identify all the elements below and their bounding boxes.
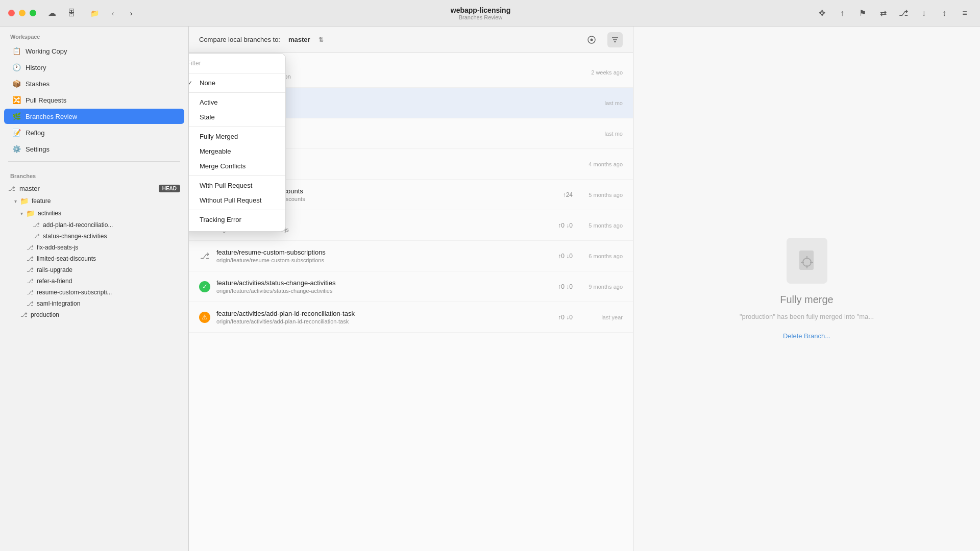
stats: ↑0 ↓0 <box>558 253 573 260</box>
back-arrow[interactable]: ‹ <box>106 6 120 20</box>
branch-row-name: feature/resume-custom-subscriptions <box>216 248 552 256</box>
dropdown-separator <box>189 92 285 93</box>
branch-row-time: 2 weeks ago <box>577 69 623 76</box>
stashes-icon: 📦 <box>12 80 20 88</box>
filter-fully-merged[interactable]: ✓ Fully Merged <box>189 129 285 144</box>
filter-active[interactable]: ✓ Active <box>189 95 285 110</box>
filter-without-pr[interactable]: ✓ Without Pull Request <box>189 193 285 208</box>
sidebar-item-working-copy[interactable]: 📋 Working Copy <box>4 43 184 59</box>
filter-with-pr[interactable]: ✓ With Pull Request <box>189 178 285 193</box>
check-icon: ✓ <box>189 80 194 87</box>
activities-folder[interactable]: ▾ 📁 activities <box>0 207 188 219</box>
history-icon: 🕐 <box>12 63 20 71</box>
stash-icon[interactable]: ↓ <box>917 6 931 20</box>
branch-icon: ⎇ <box>27 244 34 251</box>
dropdown-separator <box>189 127 285 127</box>
maximize-button[interactable] <box>30 10 36 16</box>
workspace-label: Workspace <box>0 27 188 43</box>
sidebar-item-settings[interactable]: ⚙️ Settings <box>4 141 184 157</box>
branch-row-resume[interactable]: ⎇ feature/resume-custom-subscriptions or… <box>189 241 633 271</box>
branch-name: status-change-activities <box>43 233 107 240</box>
sidebar-item-label: Reflog <box>26 129 45 137</box>
branch-row-meta: 2 weeks ago <box>577 69 623 76</box>
branch-icon: ⎇ <box>27 300 34 307</box>
cursor-icon[interactable]: ✥ <box>815 6 829 20</box>
compare-value: master <box>288 36 310 43</box>
branch-production[interactable]: ⎇ production <box>0 309 188 320</box>
cloud-icon[interactable]: ☁ <box>46 8 58 19</box>
branch-row-meta: 4 months ago <box>577 161 623 167</box>
sidebar-item-label: Working Copy <box>26 47 67 55</box>
branch-row-meta: last mo <box>577 100 623 106</box>
filter-without-pr-label: Without Pull Request <box>200 196 277 204</box>
right-panel-title: Fully merge <box>780 294 833 306</box>
branch-fix-add-seats[interactable]: ⎇ fix-add-seats-js <box>0 242 188 253</box>
activities-folder-name: activities <box>38 210 61 217</box>
sidebar-item-reflog[interactable]: 📝 Reflog <box>4 125 184 140</box>
branch-master[interactable]: ⎇ master HEAD <box>0 182 188 195</box>
minimize-button[interactable] <box>19 10 26 16</box>
filter-tracking-error-label: Tracking Error <box>200 216 277 223</box>
forward-arrow[interactable]: › <box>124 6 138 20</box>
sidebar-item-pull-requests[interactable]: 🔀 Pull Requests <box>4 92 184 108</box>
status-icon-warning: ⚠ <box>199 312 210 323</box>
branch-rails-upgrade[interactable]: ⎇ rails-upgrade <box>0 264 188 276</box>
branch-icon: ⎇ <box>27 278 34 285</box>
branch-row-status-change[interactable]: ✓ feature/activities/status-change-activ… <box>189 271 633 302</box>
branch-merge-icon[interactable]: ⎇ <box>896 6 911 20</box>
right-panel-icon <box>787 238 827 284</box>
feature-folder[interactable]: ▾ 📁 feature <box>0 195 188 207</box>
diff-icon[interactable]: ≡ <box>958 6 972 20</box>
branch-row-add-plan[interactable]: ⚠ feature/activities/add-plan-id-reconci… <box>189 302 633 333</box>
filter-button[interactable] <box>607 32 623 47</box>
repo-name: webapp-licensing <box>146 6 815 14</box>
compare-expand-icon[interactable]: ⇅ <box>318 36 324 43</box>
title-bar: ☁ 🗄 📁 ‹ › webapp-licensing Branches Revi… <box>0 0 980 27</box>
branch-status-change[interactable]: ⎇ status-change-activities <box>0 231 188 242</box>
branch-add-plan[interactable]: ⎇ add-plan-id-reconciliatio... <box>0 219 188 231</box>
sidebar-item-branches-review[interactable]: 🌿 Branches Review <box>4 109 184 124</box>
branch-limited-seat[interactable]: ⎇ limited-seat-discounts <box>0 253 188 264</box>
right-panel: Fully merge "production" has been fully … <box>633 27 980 551</box>
branch-row-name: feature/activities/add-plan-id-reconcili… <box>216 310 552 317</box>
branch-row-time: 5 months ago <box>577 222 623 229</box>
filter-mergeable[interactable]: ✓ Mergeable <box>189 144 285 159</box>
sidebar-divider <box>8 161 180 162</box>
main-layout: Workspace 📋 Working Copy 🕐 History 📦 Sta… <box>0 27 980 551</box>
discard-icon[interactable]: ↕ <box>937 6 951 20</box>
folder-icon[interactable]: 📁 <box>87 6 102 20</box>
flag-icon[interactable]: ⚑ <box>855 6 870 20</box>
sidebar-item-label: Stashes <box>26 80 50 88</box>
branch-row-info: feature/activities/add-plan-id-reconcili… <box>216 310 552 324</box>
branch-row-info: feature/resume-custom-subscriptions orig… <box>216 248 552 263</box>
folder-icon: 📁 <box>20 197 29 205</box>
push-icon[interactable]: ↑ <box>835 6 849 20</box>
branch-row-time: last year <box>577 314 623 320</box>
delete-branch-button[interactable]: Delete Branch... <box>783 332 830 340</box>
filter-merge-conflicts[interactable]: ✓ Merge Conflicts <box>189 159 285 173</box>
sidebar-item-history[interactable]: 🕐 History <box>4 60 184 75</box>
filter-none[interactable]: ✓ None <box>189 76 285 90</box>
branch-refer-friend[interactable]: ⎇ refer-a-friend <box>0 276 188 287</box>
stats: ↑0 ↓0 <box>558 314 573 321</box>
sidebar-item-label: Pull Requests <box>26 96 66 104</box>
branch-row-time: last mo <box>577 131 623 137</box>
content-area: Compare local branches to: master ⇅ <box>189 27 633 551</box>
sort-button[interactable] <box>584 32 599 47</box>
branch-resume-custom[interactable]: ⎇ resume-custom-subscripti... <box>0 287 188 298</box>
filter-stale-label: Stale <box>200 113 277 121</box>
filter-tracking-error[interactable]: ✓ Tracking Error <box>189 212 285 227</box>
filter-stale[interactable]: ✓ Stale <box>189 110 285 124</box>
right-panel-subtitle: "production" has been fully merged into … <box>740 312 874 322</box>
branch-row-time: 5 months ago <box>577 192 623 198</box>
branch-row-time: 9 months ago <box>577 284 623 290</box>
sidebar-item-stashes[interactable]: 📦 Stashes <box>4 76 184 91</box>
branch-saml-integration[interactable]: ⎇ saml-integration <box>0 298 188 309</box>
branch-row-name: feature/activities/status-change-activit… <box>216 279 552 287</box>
sync-icon[interactable]: ⇄ <box>876 6 890 20</box>
branch-row-meta: ↑24 5 months ago <box>563 191 623 198</box>
branch-row-time: last mo <box>577 100 623 106</box>
database-icon[interactable]: 🗄 <box>66 8 77 19</box>
close-button[interactable] <box>8 10 15 16</box>
master-branch-name: master <box>19 185 155 192</box>
